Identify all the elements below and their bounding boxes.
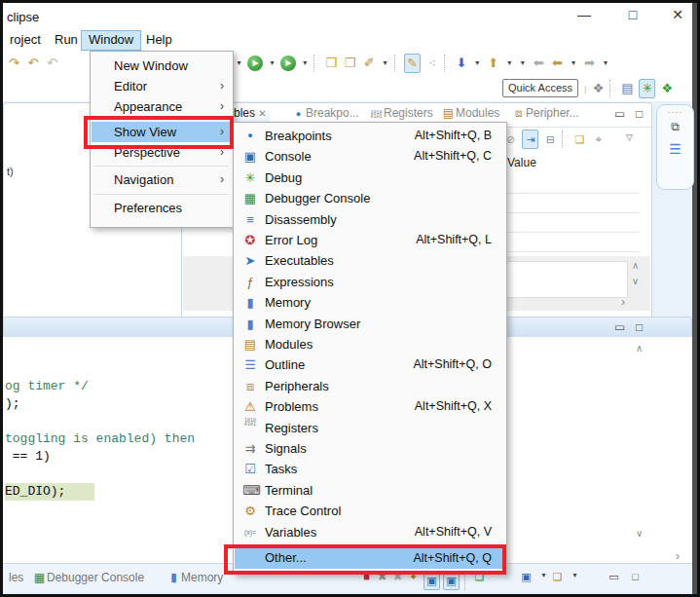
menu-item-registers[interactable]: 1010 0101Registers [235,418,505,438]
menu-item-label: Debug [265,168,302,188]
menu-item-peripherals[interactable]: ⧈Peripherals [235,376,505,396]
menu-item-perspective[interactable]: Perspective› [92,142,232,163]
menu-item-error-log[interactable]: ✪Error LogAlt+Shift+Q, L [235,230,505,250]
editor-scroll-right-icon[interactable]: › [676,549,680,563]
toolbar-separator [394,55,400,72]
menu-item-tasks[interactable]: ☑Tasks [235,459,505,479]
menu-item-navigation[interactable]: Navigation› [92,169,232,190]
prev-annotation-icon[interactable]: ⬆ [486,54,500,73]
open-perspective-icon[interactable]: ❖ [591,79,606,98]
menu-item-expressions[interactable]: ƒExpressions [235,272,505,292]
menu-item-memory-browser[interactable]: ▮Memory Browser [235,314,505,334]
menu-item-problems[interactable]: ⚠ProblemsAlt+Shift+Q, X [235,396,505,417]
undo-icon[interactable]: ↶ [25,54,40,73]
error-log-icon: ✪ [242,230,258,250]
forward-icon[interactable]: ➡ [582,54,597,73]
redo-icon[interactable]: ↷ [7,54,21,73]
maximize-editor-button[interactable]: □ [636,320,643,334]
menu-item-memory[interactable]: ▮Memory [235,292,505,313]
next-annotation-caret[interactable]: ▾ [473,54,482,73]
open-console-icon[interactable]: ❏ [550,571,565,583]
console-caret[interactable]: ▾ [536,571,551,579]
menu-item-debug[interactable]: ✳Debug [235,168,505,188]
tab-debugger-console[interactable]: ▦Debugger Console [32,571,144,584]
scroll-up-icon[interactable]: ∧ [632,260,639,271]
back-icon[interactable]: ⬅ [550,54,565,73]
menu-item-variables[interactable]: (x)=VariablesAlt+Shift+Q, V [235,522,505,542]
minimize-console-button[interactable]: ▭ [607,571,621,583]
menu-item-modules[interactable]: ▤Modules [235,334,505,354]
run-caret[interactable]: ▾ [268,54,276,73]
menu-item-appearance[interactable]: Appearance› [92,96,232,117]
forward-caret[interactable]: ▾ [601,54,609,73]
back-caret[interactable]: ▾ [570,54,578,73]
minimize-editor-button[interactable]: ▭ [614,320,625,334]
history-caret[interactable]: ▾ [518,54,527,73]
menu-item-trace-control[interactable]: ⚙Trace Control [235,501,505,521]
menu-item-label: Registers [265,418,318,438]
debug-perspective-icon[interactable]: ✳ [639,79,655,98]
c-perspective-icon[interactable]: ▤ [620,79,635,98]
scroll-down-icon[interactable]: ∨ [632,276,639,286]
maximize-console-button[interactable]: □ [628,571,643,582]
menu-run[interactable]: Run [48,30,85,49]
menu-project[interactable]: roject [3,30,48,49]
stack-grip-dots[interactable]: ···· [657,108,693,116]
prev-annotation-caret[interactable]: ▾ [505,54,514,73]
tab-peripherals[interactable]: ⧈Peripher... [511,106,579,126]
open-folder-icon[interactable]: ❒ [324,54,339,73]
pen-icon[interactable]: ✐ [362,54,377,73]
menu-item-signals[interactable]: ⇉Signals [235,438,505,459]
stack-frame-text[interactable]: t) [7,166,14,177]
minimize-view-button[interactable]: ▭ [614,107,625,121]
display-selected-console-icon[interactable]: ▣ [519,571,534,583]
tab-executables[interactable]: les [9,571,23,584]
menu-item-terminal[interactable]: ⌨Terminal [235,480,505,501]
open-console-caret[interactable]: ▾ [568,571,582,579]
new-view-icon[interactable]: ❏ [572,130,587,149]
maximize-view-button[interactable]: □ [636,107,643,121]
close-button[interactable]: ✕ [667,7,688,22]
menu-item-preferences[interactable]: Preferences [92,198,232,218]
coverage-caret[interactable]: ▾ [301,54,310,73]
minimize-button[interactable]: — [573,7,595,22]
menu-item-debugger-console[interactable]: ▦Debugger Console [235,188,505,208]
show-logical-structure-icon[interactable]: ⇥ [522,130,538,149]
maximize-button[interactable]: □ [622,7,644,22]
menu-item-executables[interactable]: ➤Executables [235,250,505,271]
editor-scroll-down-icon[interactable]: ∨ [636,528,643,539]
table-row [492,232,640,233]
outline-view-icon[interactable]: ☰ [657,141,693,157]
menu-help[interactable]: Help [139,30,179,49]
menu-item-console[interactable]: ▣ConsoleAlt+Shift+Q, C [235,146,505,167]
folder-icon[interactable]: ❒ [343,54,357,73]
run-button[interactable]: ▶ [247,56,263,71]
menu-item-new-window[interactable]: New Window [92,56,232,76]
coverage-button[interactable]: ▶ [280,56,296,71]
menu-item-breakpoints[interactable]: ●BreakpointsAlt+Shift+Q, B [235,126,505,146]
pin-view-icon[interactable]: ⌖ [591,130,606,149]
dropdown-caret[interactable]: ▾ [235,54,243,73]
tab-memory[interactable]: ▮Memory [166,571,223,584]
menu-item-disassembly[interactable]: ≡Disassembly [235,209,505,230]
scroll-right-icon[interactable]: › [621,295,625,309]
detail-pane-text[interactable] [492,261,628,298]
menu-item-outline[interactable]: ☰OutlineAlt+Shift+Q, O [235,354,505,375]
menu-item-other[interactable]: Other...Alt+Shift+Q, Q [235,547,505,569]
value-column-header[interactable]: Value [507,156,536,169]
pen-caret[interactable]: ▾ [381,54,389,73]
menu-item-editor[interactable]: Editor› [92,76,232,96]
steps-icon[interactable]: ⁖ [424,54,439,73]
restore-views-icon[interactable]: ⧉ [657,120,693,133]
tab-close-icon[interactable]: ✕ [258,108,266,119]
collapse-all-icon[interactable]: ⊟ [543,130,558,149]
next-annotation-icon[interactable]: ⬇ [454,54,468,73]
extra-perspective-icon[interactable]: ❖ [660,79,675,98]
editor-scroll-up-icon[interactable]: ∧ [636,343,643,354]
view-menu-caret[interactable]: ▽ [626,132,633,142]
highlighter-icon[interactable]: ✎ [404,54,421,73]
menu-item-show-view[interactable]: Show View› [92,122,232,142]
title-bar: clipse — □ ✕ [3,3,692,29]
quick-access-input[interactable]: Quick Access [502,79,578,97]
menu-window[interactable]: Window [81,30,141,51]
